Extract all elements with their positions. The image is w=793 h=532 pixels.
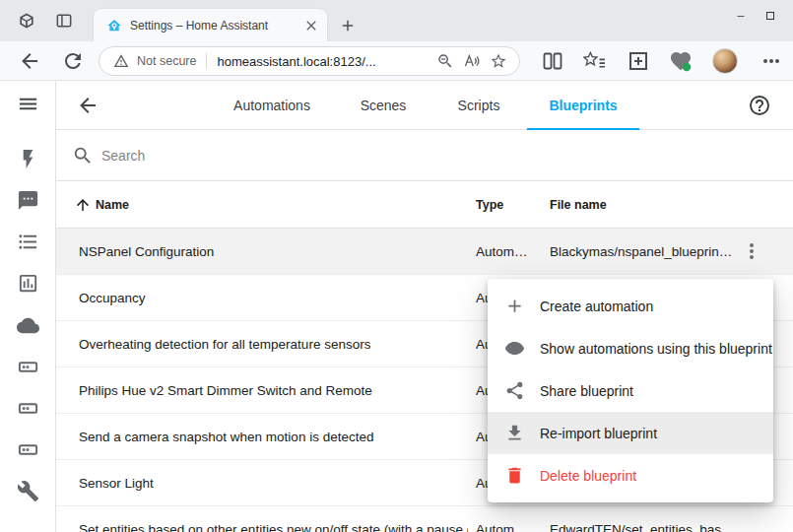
menu-item-delete-blueprint[interactable]: Delete blueprint — [488, 454, 773, 497]
eye-icon — [504, 338, 525, 359]
browser-settings-icon[interactable] — [760, 49, 783, 73]
table-row[interactable]: NSPanel Configuration Autom… Blackymas/n… — [56, 229, 793, 275]
ha-header: Automations Scenes Scripts Blueprints — [56, 81, 793, 130]
row-file: EdwardTEN/set_entities_bas… — [550, 506, 735, 532]
security-label[interactable]: Not secure — [137, 54, 196, 68]
profile-avatar[interactable] — [712, 48, 738, 74]
search-input[interactable] — [101, 130, 535, 181]
menu-item-create-automation[interactable]: Create automation — [488, 285, 773, 327]
tab-blueprints[interactable]: Blueprints — [549, 81, 617, 130]
plus-icon — [504, 296, 525, 316]
not-secure-warning-icon — [113, 53, 129, 69]
address-bar[interactable]: Not secure homeassistant.local:8123/... — [99, 46, 520, 76]
tab-actions-icon[interactable] — [54, 11, 74, 31]
refresh-icon[interactable] — [61, 49, 85, 73]
delete-icon — [504, 465, 525, 486]
favorite-star-icon[interactable] — [490, 52, 507, 70]
workspaces-icon[interactable] — [17, 11, 36, 31]
tools-wrench-icon[interactable] — [17, 480, 39, 502]
sidebar-menu-icon[interactable] — [17, 93, 39, 115]
window-minimize-button[interactable] — [730, 6, 752, 26]
row-name: NSPanel Configuration — [79, 229, 214, 275]
cloud-icon[interactable] — [17, 314, 39, 337]
menu-item-reimport-blueprint[interactable]: Re-import blueprint — [488, 412, 773, 454]
blueprint-context-menu: Create automation Show automations using… — [488, 279, 773, 502]
address-divider — [206, 53, 207, 69]
sort-ascending-icon[interactable] — [74, 196, 92, 214]
table-header: Name Type File name — [56, 181, 793, 229]
tab-scenes[interactable]: Scenes — [361, 81, 407, 130]
screen: Settings – Home Assistant Not secure — [0, 0, 793, 532]
browser-tab-strip: Settings – Home Assistant — [0, 0, 793, 41]
row-name: Overheating detection for all temperatur… — [79, 321, 370, 367]
row-name: Philips Hue v2 Smart Dimmer Switch and R… — [79, 367, 372, 414]
table-row[interactable]: Set entities based on other entities new… — [56, 506, 793, 532]
menu-item-share-blueprint[interactable]: Share blueprint — [488, 369, 773, 412]
logbook-icon[interactable] — [17, 189, 39, 212]
ha-back-icon[interactable] — [76, 94, 99, 117]
window-maximize-button[interactable] — [760, 6, 781, 26]
row-type: Autom… — [476, 229, 528, 275]
favorites-bar-icon[interactable] — [583, 49, 607, 73]
menu-item-label: Re-import blueprint — [540, 426, 657, 441]
history-icon[interactable] — [17, 272, 39, 295]
browser-essentials-icon[interactable] — [669, 49, 693, 73]
home-assistant-app: Automations Scenes Scripts Blueprints Na… — [0, 81, 793, 532]
search-icon — [72, 145, 94, 166]
row-type: Autom… — [476, 506, 528, 532]
share-icon — [504, 380, 525, 401]
browser-tab[interactable]: Settings – Home Assistant — [94, 9, 327, 41]
column-header-name[interactable]: Name — [96, 181, 129, 229]
column-header-type[interactable]: Type — [476, 181, 503, 229]
home-assistant-favicon — [106, 18, 122, 33]
browser-toolbar: Not secure homeassistant.local:8123/... — [0, 41, 793, 81]
zoom-out-icon[interactable] — [436, 52, 454, 70]
tab-title: Settings – Home Assistant — [130, 19, 303, 33]
read-aloud-icon[interactable] — [463, 52, 481, 70]
menu-item-show-automations[interactable]: Show automations using this blueprint — [488, 327, 773, 369]
energy-icon[interactable] — [17, 148, 39, 170]
menu-item-label: Show automations using this blueprint — [540, 341, 772, 357]
row-name: Send a camera snapshot when motion is de… — [79, 414, 373, 460]
menu-item-label: Share blueprint — [540, 383, 633, 399]
ha-sidebar — [0, 81, 56, 532]
split-screen-icon[interactable] — [541, 49, 564, 73]
addon-server-icon-2[interactable] — [17, 397, 39, 420]
import-icon — [504, 423, 525, 443]
tab-scripts[interactable]: Scripts — [458, 81, 500, 130]
row-name: Sensor Light — [79, 460, 154, 506]
tab-automations[interactable]: Automations — [233, 81, 310, 130]
column-header-file[interactable]: File name — [550, 181, 607, 229]
row-name: Occupancy — [79, 275, 146, 321]
search-row — [56, 130, 793, 181]
row-file: Blackymas/nspanel_blueprin… — [550, 229, 732, 275]
todo-list-icon[interactable] — [17, 231, 39, 253]
help-icon[interactable] — [748, 94, 771, 117]
collections-icon[interactable] — [627, 49, 650, 73]
row-name: Set entities based on other entities new… — [79, 506, 468, 532]
addon-server-icon-3[interactable] — [17, 438, 39, 461]
row-overflow-menu-icon[interactable] — [740, 239, 763, 263]
menu-item-label: Create automation — [540, 299, 653, 314]
menu-item-label: Delete blueprint — [540, 468, 636, 484]
addon-server-icon-1[interactable] — [17, 356, 39, 378]
back-icon[interactable] — [18, 49, 41, 73]
tab-close-icon[interactable] — [303, 18, 319, 33]
new-tab-button[interactable] — [339, 17, 357, 34]
url-text[interactable]: homeassistant.local:8123/... — [217, 54, 428, 69]
